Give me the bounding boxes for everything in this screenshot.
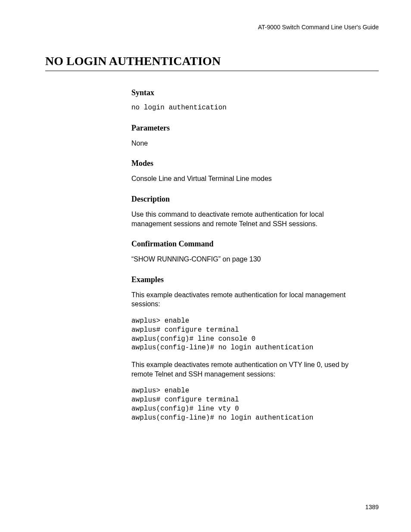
examples-intro-2: This example deactivates remote authenti… (131, 360, 366, 379)
content-area: Syntax no login authentication Parameter… (131, 88, 366, 423)
modes-heading: Modes (131, 159, 366, 168)
examples-heading: Examples (131, 275, 366, 284)
modes-text: Console Line and Virtual Terminal Line m… (131, 174, 366, 184)
confirmation-text: “SHOW RUNNING-CONFIG” on page 130 (131, 255, 366, 264)
page-title: NO LOGIN AUTHENTICATION (45, 54, 379, 71)
examples-intro-1: This example deactivates remote authenti… (131, 290, 366, 309)
syntax-heading: Syntax (131, 88, 366, 97)
confirmation-heading: Confirmation Command (131, 240, 366, 249)
syntax-command: no login authentication (131, 103, 366, 112)
parameters-text: None (131, 139, 366, 148)
parameters-heading: Parameters (131, 124, 366, 133)
header-guide-title: AT-9000 Switch Command Line User's Guide (45, 24, 379, 31)
description-heading: Description (131, 195, 366, 204)
examples-code-2: awplus> enable awplus# configure termina… (131, 386, 366, 422)
description-text: Use this command to deactivate remote au… (131, 210, 366, 228)
page-number: 1389 (365, 504, 379, 510)
examples-code-1: awplus> enable awplus# configure termina… (131, 317, 366, 352)
